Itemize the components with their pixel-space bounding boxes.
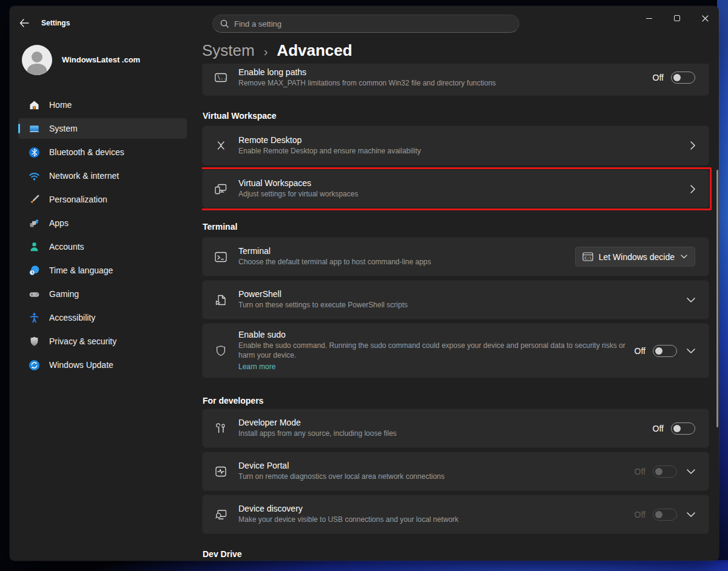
sidebar-nav: Home System Bluetooth & devices Network …	[18, 95, 187, 378]
sidebar-item-label: Network & internet	[49, 171, 119, 181]
remote-desktop-icon	[214, 138, 228, 153]
sidebar-item-gaming[interactable]: Gaming	[18, 284, 187, 304]
breadcrumb-current: Advanced	[277, 41, 352, 60]
card-description: Adjust settings for virtual workspaces	[238, 190, 681, 199]
personalization-icon	[29, 194, 40, 205]
card-title: Developer Mode	[238, 418, 653, 427]
time-language-icon	[29, 265, 40, 276]
chevron-down-icon	[681, 255, 687, 259]
system-icon	[29, 123, 40, 135]
card-device-discovery[interactable]: Device discovery Make your device visibl…	[202, 495, 709, 534]
card-description: Remove MAX_PATH limitations from common …	[238, 79, 653, 88]
sidebar-item-network[interactable]: Network & internet	[18, 165, 187, 186]
toggle-state-label: Off	[653, 424, 664, 433]
sidebar-item-home[interactable]: Home	[18, 95, 187, 115]
terminal-app-dropdown[interactable]: C:\ Let Windows decide	[575, 247, 695, 267]
minimize-icon	[646, 18, 652, 19]
card-title: PowerShell	[238, 289, 677, 299]
avatar[interactable]	[22, 45, 52, 75]
sidebar-item-privacy[interactable]: Privacy & security	[18, 331, 187, 352]
breadcrumb-parent[interactable]: System	[202, 41, 255, 60]
search-box[interactable]	[212, 15, 519, 33]
sidebar-item-time-language[interactable]: Time & language	[18, 260, 187, 281]
back-arrow-icon	[19, 19, 29, 27]
chevron-right-icon	[690, 141, 695, 150]
developer-mode-toggle[interactable]	[671, 422, 695, 435]
card-enable-sudo[interactable]: Enable sudo Enable the sudo command. Run…	[202, 323, 709, 378]
toggle-state-label: Off	[653, 73, 664, 82]
terminal-icon	[214, 250, 228, 264]
avatar-body	[27, 64, 47, 75]
maximize-icon	[674, 15, 680, 21]
sidebar-item-system[interactable]: System	[18, 118, 187, 139]
card-virtual-workspaces[interactable]: Virtual Workspaces Adjust settings for v…	[202, 170, 709, 208]
virtual-workspaces-icon	[214, 182, 228, 196]
chevron-down-icon[interactable]	[687, 469, 695, 474]
device-portal-icon	[214, 464, 228, 479]
home-icon	[29, 99, 40, 111]
card-device-portal[interactable]: Device Portal Turn on remote diagnostics…	[202, 452, 709, 491]
bluetooth-icon	[29, 147, 40, 158]
sidebar-item-windows-update[interactable]: Windows Update	[18, 355, 187, 375]
chevron-down-icon[interactable]	[687, 298, 695, 302]
dropdown-selected-value: Let Windows decide	[599, 252, 675, 262]
sidebar-item-personalization[interactable]: Personalization	[18, 189, 187, 210]
section-heading-for-developers: For developers	[203, 396, 263, 406]
sidebar-item-label: Windows Update	[49, 360, 113, 370]
section-heading-dev-drive: Dev Drive	[203, 549, 242, 559]
section-heading-terminal: Terminal	[203, 222, 237, 232]
chevron-down-icon[interactable]	[687, 349, 695, 353]
sidebar-item-apps[interactable]: Apps	[18, 213, 187, 233]
card-title: Device discovery	[238, 504, 635, 513]
back-button[interactable]	[16, 15, 33, 31]
card-description: Make your device visible to USB connecti…	[238, 515, 635, 525]
toggle-state-label: Off	[635, 467, 645, 476]
search-input[interactable]	[234, 19, 511, 28]
desktop: Settings WindowsLatest .com Home System	[0, 0, 728, 571]
gaming-icon	[29, 289, 40, 300]
close-icon	[702, 15, 709, 22]
windows-update-icon	[29, 359, 40, 371]
card-description: Enable the sudo command. Running the sud…	[238, 341, 627, 360]
card-description: Turn on remote diagnostics over local ar…	[238, 472, 635, 482]
sidebar-item-bluetooth[interactable]: Bluetooth & devices	[18, 142, 187, 162]
toggle-knob	[655, 468, 662, 475]
accessibility-icon	[29, 312, 40, 324]
long-paths-icon: \..	[214, 70, 228, 85]
learn-more-link[interactable]: Learn more	[238, 362, 275, 371]
svg-text:\..: \..	[217, 75, 226, 81]
powershell-icon	[214, 293, 228, 307]
device-discovery-icon	[214, 507, 228, 522]
scrollbar-thumb[interactable]	[716, 170, 718, 427]
sidebar-item-label: System	[49, 124, 78, 133]
card-title: Terminal	[238, 246, 575, 256]
card-title: Device Portal	[238, 461, 635, 470]
chevron-right-icon	[690, 185, 695, 193]
sidebar-item-accounts[interactable]: Accounts	[18, 236, 187, 257]
card-terminal[interactable]: Terminal Choose the default terminal app…	[202, 237, 709, 276]
toggle-knob	[655, 347, 662, 355]
card-developer-mode[interactable]: Developer Mode Install apps from any sou…	[202, 409, 709, 448]
card-title: Remote Desktop	[238, 135, 681, 145]
card-remote-desktop[interactable]: Remote Desktop Enable Remote Desktop and…	[202, 125, 709, 165]
sidebar-item-label: Accessibility	[49, 313, 95, 322]
card-description: Turn on these settings to execute PowerS…	[238, 301, 677, 310]
breadcrumb-separator-icon: ›	[264, 43, 268, 59]
close-button[interactable]	[691, 6, 719, 30]
sidebar-item-accessibility[interactable]: Accessibility	[18, 307, 187, 328]
toggle-knob	[655, 511, 662, 518]
shield-icon	[214, 344, 228, 358]
selected-indicator	[18, 124, 20, 133]
shield-privacy-icon	[29, 336, 40, 347]
chevron-down-icon[interactable]	[687, 512, 695, 517]
long-paths-toggle[interactable]	[671, 72, 695, 84]
card-description: Choose the default terminal app to host …	[238, 258, 575, 267]
card-enable-long-paths[interactable]: \.. Enable long paths Remove MAX_PATH li…	[202, 64, 709, 96]
card-powershell[interactable]: PowerShell Turn on these settings to exe…	[202, 280, 709, 319]
minimize-button[interactable]	[635, 6, 663, 30]
sudo-toggle[interactable]	[653, 345, 677, 357]
sidebar-item-label: Time & language	[49, 265, 113, 275]
maximize-button[interactable]	[663, 6, 691, 30]
svg-text:C:\: C:\	[584, 256, 592, 261]
card-description: Enable Remote Desktop and ensure machine…	[238, 147, 681, 156]
